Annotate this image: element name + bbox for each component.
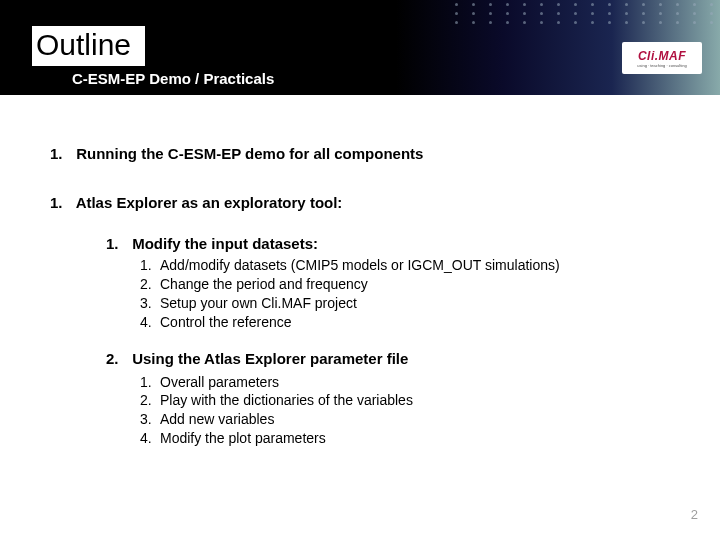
outline-item-2-number: 1. [50,194,72,211]
list-item: 2.Play with the dictionaries of the vari… [140,391,680,410]
list-item: 4.Modify the plot parameters [140,429,680,448]
subitem-2-number: 2. [106,350,128,367]
list-item: 2.Change the period and frequency [140,275,680,294]
logo-tagline: using · teaching · consulting [637,63,686,68]
slide-content: 1. Running the C-ESM-EP demo for all com… [0,95,720,448]
subitem-2-text: Using the Atlas Explorer parameter file [132,350,408,367]
list-item: 3.Add new variables [140,410,680,429]
slide-title: Outline [32,26,145,66]
subitem-modify-datasets: 1. Modify the input datasets: [106,235,680,252]
subitem-parameter-file: 2. Using the Atlas Explorer parameter fi… [106,350,680,367]
page-number: 2 [691,507,698,522]
outline-item-2-subitems: 1. Modify the input datasets: 1.Add/modi… [106,235,680,448]
logo-text: Cli.MAF [638,49,686,63]
climaf-logo: Cli.MAF using · teaching · consulting [622,42,702,74]
outline-item-2-text: Atlas Explorer as an exploratory tool: [76,194,343,211]
subitem-1-children: 1.Add/modify datasets (CMIP5 models or I… [140,256,680,332]
slide-subtitle: C-ESM-EP Demo / Practicals [72,70,274,87]
list-item: 1.Add/modify datasets (CMIP5 models or I… [140,256,680,275]
subitem-1-number: 1. [106,235,128,252]
list-item: 1.Overall parameters [140,373,680,392]
outline-item-1-text: Running the C-ESM-EP demo for all compon… [76,145,423,162]
outline-item-2: 1. Atlas Explorer as an exploratory tool… [50,194,680,211]
outline-item-1-number: 1. [50,145,72,162]
outline-item-1: 1. Running the C-ESM-EP demo for all com… [50,145,680,162]
list-item: 4.Control the reference [140,313,680,332]
header-decorative-dots [400,0,720,40]
slide-header: Outline C-ESM-EP Demo / Practicals Cli.M… [0,0,720,95]
subitem-1-text: Modify the input datasets: [132,235,318,252]
list-item: 3.Setup your own Cli.MAF project [140,294,680,313]
subitem-2-children: 1.Overall parameters 2.Play with the dic… [140,373,680,449]
